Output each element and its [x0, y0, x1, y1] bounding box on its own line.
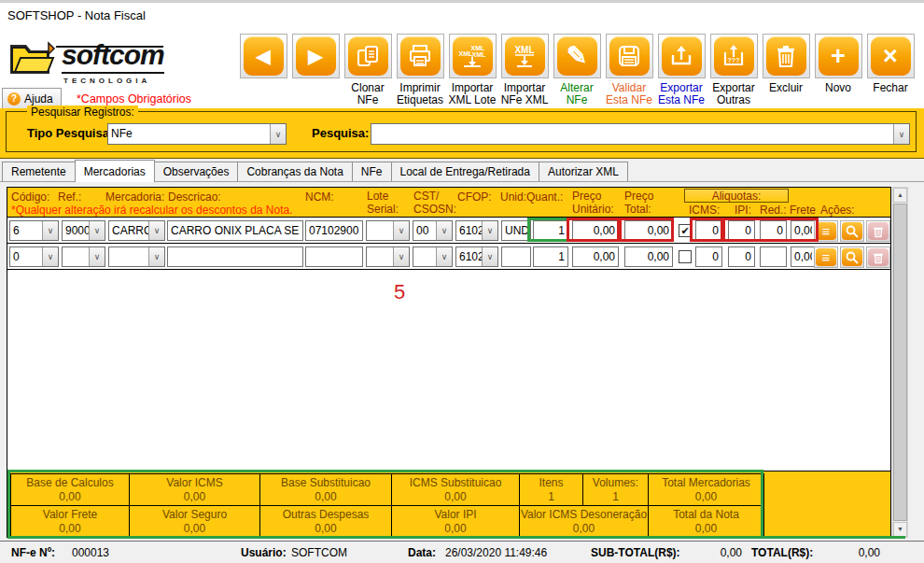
total-value: 0,00: [821, 546, 880, 559]
cfop-combo[interactable]: 6102∨: [455, 246, 498, 267]
item-row-2: 0∨ ∨ ∨ ∨ ∨ 6102∨ ≡: [7, 244, 890, 270]
row-search-button[interactable]: [840, 220, 864, 242]
chevron-down-icon[interactable]: ∨: [893, 124, 909, 144]
cst-csosn-combo[interactable]: ∨: [413, 246, 453, 267]
chevron-down-icon[interactable]: ∨: [482, 247, 497, 266]
codigo-combo[interactable]: 6∨: [9, 220, 59, 241]
cst-csosn-combo[interactable]: 00∨: [413, 220, 453, 241]
row-details-button[interactable]: ≡: [814, 246, 838, 268]
toolbar-item-back: ◀: [237, 34, 289, 106]
unid-field[interactable]: [501, 246, 531, 267]
ncm-field[interactable]: [305, 246, 363, 267]
total-label: TOTAL(R$):: [751, 546, 813, 559]
importar-nfe-xml-button[interactable]: XML: [501, 34, 549, 78]
tab-mercadorias[interactable]: Mercadorias: [75, 160, 155, 182]
ncm-field[interactable]: [305, 220, 363, 241]
novo-button[interactable]: +: [815, 34, 862, 78]
col-descricao: Descricao:: [168, 190, 221, 204]
quant-field[interactable]: [533, 220, 568, 241]
preco-total-field[interactable]: [624, 246, 673, 267]
scroll-up-icon[interactable]: ▲: [893, 188, 907, 203]
row-search-button[interactable]: [840, 246, 864, 268]
ref-combo[interactable]: ∨: [62, 246, 105, 267]
lote-serial-combo[interactable]: ∨: [366, 220, 410, 241]
chevron-down-icon[interactable]: ∨: [393, 247, 409, 266]
ipi-field[interactable]: [728, 220, 755, 241]
icms-field[interactable]: [695, 220, 722, 241]
imprimir-etiquetas-button[interactable]: [397, 34, 444, 78]
chevron-down-icon[interactable]: ∨: [482, 221, 497, 240]
scroll-down-icon[interactable]: ▼: [893, 522, 907, 537]
tab-observacoes[interactable]: Observações: [154, 162, 239, 181]
back-button[interactable]: ◀: [240, 34, 287, 78]
exportar-outras-button[interactable]: ???: [710, 34, 758, 78]
softshop-window: SOFTSHOP - Nota Fiscal softcom TECNOLOGI…: [0, 0, 924, 563]
magnifier-icon: [845, 250, 860, 265]
col-quant: Quant.:: [526, 190, 563, 204]
preco-total-field[interactable]: [624, 220, 673, 241]
excluir-button[interactable]: [763, 34, 810, 78]
exportar-esta-nfe-button[interactable]: [658, 34, 706, 78]
cfop-combo[interactable]: 6102∨: [455, 220, 498, 241]
icms-checkbox[interactable]: ✔: [679, 224, 692, 237]
validar-esta-nfe-button[interactable]: [606, 34, 653, 78]
codigo-combo[interactable]: 0∨: [9, 246, 59, 267]
col-mercadoria: Mercadoria:: [105, 190, 164, 204]
unid-field[interactable]: [501, 220, 531, 241]
red-field[interactable]: [760, 220, 787, 241]
chevron-down-icon[interactable]: ∨: [148, 221, 164, 240]
col-ipi: IPI:: [735, 204, 751, 217]
chevron-down-icon[interactable]: ∨: [270, 124, 286, 144]
chevron-down-icon[interactable]: ∨: [42, 221, 58, 240]
scrollbar-thumb[interactable]: [893, 204, 907, 521]
subtotal-value: 0,00: [691, 546, 742, 559]
descricao-field[interactable]: [167, 220, 303, 241]
frete-field[interactable]: [791, 246, 816, 267]
pesquisa-combo[interactable]: ∨: [371, 123, 910, 145]
chevron-down-icon[interactable]: ∨: [148, 247, 164, 266]
forward-button[interactable]: ▶: [292, 34, 340, 78]
usuario-label: Usuário:: [241, 546, 287, 559]
ref-combo[interactable]: 90001∨: [62, 220, 105, 241]
toolbar: ◀ ▶ ClonarNFe ImprimirEtiquetas: [237, 34, 917, 106]
chevron-down-icon[interactable]: ∨: [42, 247, 58, 266]
col-red: Red.:: [760, 204, 787, 217]
importar-xml-lote-button[interactable]: XMLXMLXML: [449, 34, 497, 78]
alterar-nfe-button[interactable]: ✎: [553, 34, 601, 78]
toolbar-item-imprimir: ImprimirEtiquetas: [394, 34, 446, 106]
printer-icon: [400, 36, 441, 76]
descricao-field[interactable]: [167, 246, 303, 267]
mercadoria-combo[interactable]: ∨: [108, 246, 165, 267]
mercadoria-combo[interactable]: CARRO O∨: [108, 220, 165, 241]
tab-cobrancas[interactable]: Cobranças da Nota: [237, 162, 352, 181]
lote-serial-combo[interactable]: ∨: [366, 246, 410, 267]
red-field[interactable]: [760, 246, 787, 267]
col-icms: ICMS:: [689, 204, 720, 217]
icms-field[interactable]: [695, 246, 722, 267]
tab-autorizar-xml[interactable]: Autorizar XML: [539, 162, 628, 181]
chevron-down-icon[interactable]: ∨: [89, 221, 105, 240]
tab-nfe[interactable]: NFe: [352, 162, 392, 181]
total-icms-desoneracao: Valor ICMS Desoneração0,00: [519, 505, 649, 538]
clonar-nfe-button[interactable]: [344, 34, 392, 78]
preco-unitario-field[interactable]: [572, 220, 619, 241]
vertical-scrollbar[interactable]: ▲ ▼: [892, 187, 908, 538]
chevron-down-icon[interactable]: ∨: [89, 247, 105, 266]
row-details-button[interactable]: ≡: [814, 220, 838, 242]
quant-field[interactable]: [533, 246, 568, 267]
row-delete-button[interactable]: [866, 246, 890, 268]
nfe-number-value: 000013: [72, 546, 109, 559]
fechar-button[interactable]: ×: [867, 34, 915, 78]
chevron-down-icon[interactable]: ∨: [393, 221, 409, 240]
ipi-field[interactable]: [728, 246, 755, 267]
chevron-down-icon[interactable]: ∨: [436, 221, 452, 240]
tab-remetente[interactable]: Remetente: [2, 162, 76, 181]
total-icms-substituicao: ICMS Substituicao0,00: [391, 473, 520, 506]
icms-checkbox[interactable]: [679, 250, 692, 263]
preco-unitario-field[interactable]: [572, 246, 619, 267]
tab-local-entrega[interactable]: Local de Entrega/Retirada: [391, 162, 539, 181]
row-delete-button[interactable]: [866, 220, 890, 242]
chevron-down-icon[interactable]: ∨: [436, 247, 452, 266]
tipo-pesquisa-combo[interactable]: NFe ∨: [107, 123, 287, 145]
frete-field[interactable]: [791, 220, 816, 241]
